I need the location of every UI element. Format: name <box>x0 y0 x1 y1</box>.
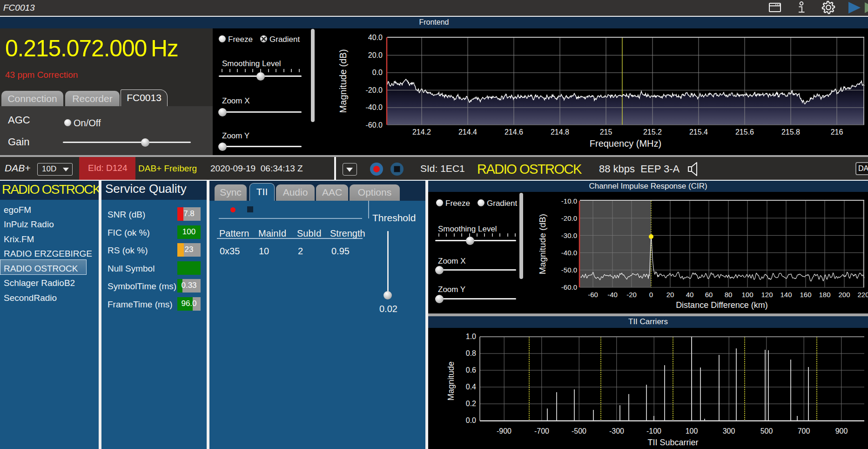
svg-text:-20.0: -20.0 <box>561 214 577 222</box>
svg-text:-700: -700 <box>534 427 549 435</box>
svg-text:-40: -40 <box>607 291 618 299</box>
svg-text:Magnitude (dB): Magnitude (dB) <box>338 49 348 113</box>
svg-text:-20: -20 <box>626 291 637 299</box>
svg-text:20.0: 20.0 <box>368 51 383 59</box>
svg-text:Magnitude (dB): Magnitude (dB) <box>538 214 547 274</box>
svg-text:700: 700 <box>798 427 810 435</box>
svg-text:-20.0: -20.0 <box>366 86 383 94</box>
svg-text:-30.0: -30.0 <box>561 231 577 239</box>
svg-text:140: 140 <box>780 291 792 299</box>
svg-text:1.0: 1.0 <box>466 333 476 340</box>
svg-text:80: 80 <box>725 291 733 299</box>
svg-text:0.2: 0.2 <box>466 400 476 408</box>
svg-text:-60.0: -60.0 <box>561 283 577 291</box>
svg-text:20: 20 <box>666 291 674 299</box>
svg-text:214.6: 214.6 <box>505 128 523 136</box>
svg-text:Distance Difference (km): Distance Difference (km) <box>676 300 768 310</box>
svg-text:100: 100 <box>686 427 698 435</box>
svg-text:0.0: 0.0 <box>372 68 383 76</box>
svg-text:40: 40 <box>686 291 694 299</box>
svg-text:900: 900 <box>835 427 848 435</box>
svg-text:-40.0: -40.0 <box>366 103 383 111</box>
svg-text:-100: -100 <box>646 427 661 435</box>
svg-text:-900: -900 <box>497 427 511 435</box>
svg-text:-40.0: -40.0 <box>561 249 577 257</box>
svg-text:215: 215 <box>600 128 612 136</box>
svg-text:-60: -60 <box>588 291 598 299</box>
svg-text:60: 60 <box>705 291 713 299</box>
svg-text:0.0: 0.0 <box>466 416 476 424</box>
svg-text:-300: -300 <box>609 427 624 435</box>
svg-text:300: 300 <box>723 427 735 435</box>
svg-text:180: 180 <box>819 291 830 299</box>
svg-text:TII Subcarrier: TII Subcarrier <box>647 438 698 447</box>
svg-text:214.2: 214.2 <box>412 128 431 136</box>
svg-text:215.2: 215.2 <box>643 128 662 136</box>
svg-text:-500: -500 <box>572 427 586 435</box>
svg-text:220: 220 <box>857 291 868 299</box>
svg-text:216: 216 <box>831 128 843 136</box>
svg-text:0.8: 0.8 <box>466 349 476 357</box>
svg-text:0.4: 0.4 <box>466 383 476 391</box>
svg-text:215.8: 215.8 <box>781 128 800 136</box>
svg-text:500: 500 <box>760 427 773 435</box>
svg-text:214.8: 214.8 <box>551 128 569 136</box>
svg-text:-60.0: -60.0 <box>366 121 383 129</box>
svg-text:40.0: 40.0 <box>368 34 383 41</box>
svg-text:160: 160 <box>800 291 811 299</box>
svg-text:100: 100 <box>741 291 753 299</box>
svg-text:Frequency (MHz): Frequency (MHz) <box>590 138 661 149</box>
svg-text:215.6: 215.6 <box>735 128 754 136</box>
svg-text:120: 120 <box>761 291 773 299</box>
svg-text:215.4: 215.4 <box>689 128 708 136</box>
svg-text:-50.0: -50.0 <box>561 266 577 274</box>
svg-text:200: 200 <box>838 291 850 299</box>
svg-text:Magnitude: Magnitude <box>446 361 456 401</box>
svg-text:0: 0 <box>649 291 653 299</box>
svg-text:0.6: 0.6 <box>466 366 476 374</box>
svg-text:214.4: 214.4 <box>458 128 477 136</box>
svg-text:-10.0: -10.0 <box>561 197 577 205</box>
